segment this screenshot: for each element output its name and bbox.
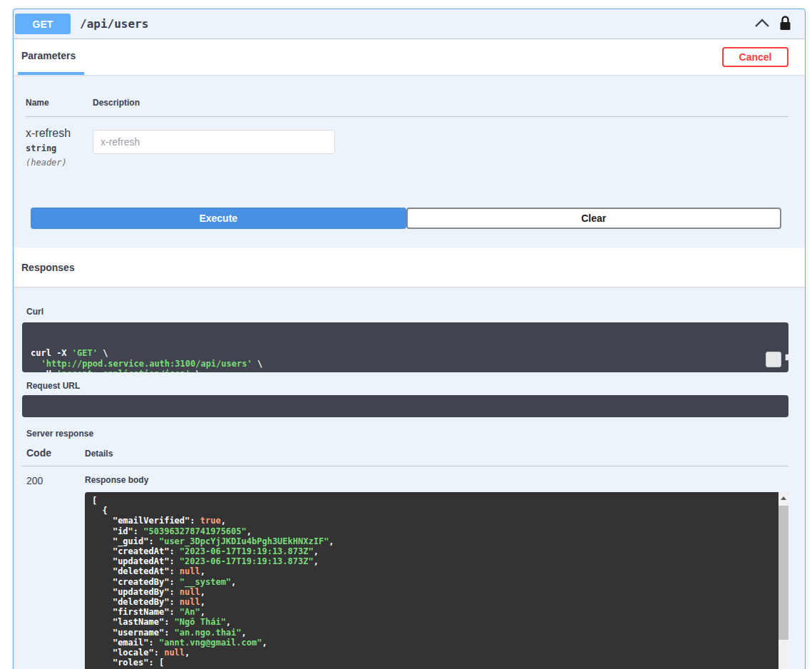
scroll-up-button[interactable] [778, 492, 788, 504]
response-details-cell: Response body [ { "emailVerified": true,… [85, 475, 788, 669]
parameter-description-cell [93, 117, 788, 168]
responses-section-header: Responses [14, 247, 805, 287]
collapse-button[interactable] [754, 19, 770, 30]
x-refresh-input[interactable] [93, 130, 335, 154]
responses-section: Curl curl -X 'GET' \ 'http://ppod.servic… [14, 287, 805, 669]
curl-label: Curl [26, 307, 788, 317]
curl-command: curl -X 'GET' \ 'http://ppod.service.aut… [31, 348, 760, 372]
response-body-label: Response body [85, 475, 788, 485]
response-row-200: 200 Response body [ { "emailVerified": t… [22, 466, 788, 669]
method-badge: GET [15, 14, 71, 34]
operation-block-get-users: GET /api/users Par [13, 9, 806, 669]
tab-parameters-label: Parameters [21, 50, 76, 61]
responses-title: Responses [21, 262, 75, 273]
execute-row: Execute Clear [31, 208, 781, 229]
cancel-button[interactable]: Cancel [722, 47, 788, 67]
details-column-header: Details [85, 449, 788, 459]
tab-parameters[interactable]: Parameters [18, 39, 84, 75]
authorize-button[interactable] [779, 16, 791, 33]
execute-button[interactable]: Execute [31, 208, 406, 229]
clipboard-icon [756, 342, 788, 372]
operation-summary[interactable]: GET /api/users [14, 9, 805, 39]
name-column-header: Name [26, 98, 93, 116]
summary-actions [754, 16, 791, 33]
response-body-scrollbar[interactable] [778, 492, 788, 669]
response-body-json: [ { "emailVerified": true, "id": "503963… [85, 492, 788, 669]
endpoint-path: /api/users [80, 17, 148, 31]
parameter-name-cell: x-refresh string (header) [26, 117, 93, 168]
parameter-location: (header) [26, 158, 93, 168]
parameters-section-header: Parameters Cancel [14, 39, 805, 75]
lock-closed-icon [779, 16, 791, 33]
scroll-up-arrow-icon [781, 496, 786, 500]
copy-to-clipboard-button[interactable] [766, 352, 781, 367]
server-response-table: Code Details 200 Response body [ { "emai… [22, 447, 788, 669]
scrollbar-thumb[interactable] [778, 506, 788, 640]
status-code: 200 [22, 475, 85, 669]
clear-button[interactable]: Clear [406, 208, 782, 229]
parameter-name: x-refresh [26, 127, 93, 140]
request-url-block: http://ppod.service.auth:3100/api/users [22, 395, 788, 417]
description-column-header: Description [93, 98, 788, 116]
parameter-type: string [26, 143, 93, 153]
parameters-section: Name Description x-refresh string (heade… [14, 75, 805, 229]
request-url-label: Request URL [26, 381, 788, 391]
server-response-label: Server response [26, 429, 788, 439]
curl-block: curl -X 'GET' \ 'http://ppod.service.aut… [22, 322, 788, 372]
code-column-header: Code [22, 447, 85, 459]
response-body-block[interactable]: [ { "emailVerified": true, "id": "503963… [85, 492, 788, 669]
chevron-up-icon [754, 19, 770, 30]
